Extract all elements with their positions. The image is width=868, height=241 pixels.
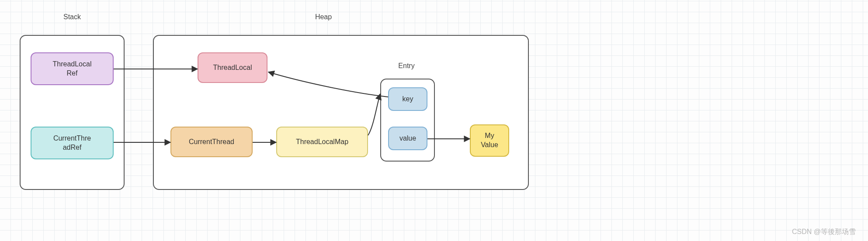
current-thread-node: CurrentThread — [170, 127, 253, 157]
entry-title: Entry — [385, 62, 428, 70]
threadlocal-node: ThreadLocal — [198, 52, 267, 83]
entry-key-node: key — [388, 87, 427, 111]
myvalue-node: MyValue — [470, 124, 509, 157]
stack-title: Stack — [46, 13, 98, 21]
heap-title: Heap — [297, 13, 350, 21]
threadlocal-ref-node: ThreadLocalRef — [31, 52, 114, 85]
watermark-text: CSDN @等後那场雪 — [792, 227, 856, 237]
entry-value-node: value — [388, 127, 427, 150]
threadlocalmap-node: ThreadLocalMap — [276, 127, 368, 157]
current-thread-ref-node: CurrentThreadRef — [31, 127, 114, 159]
